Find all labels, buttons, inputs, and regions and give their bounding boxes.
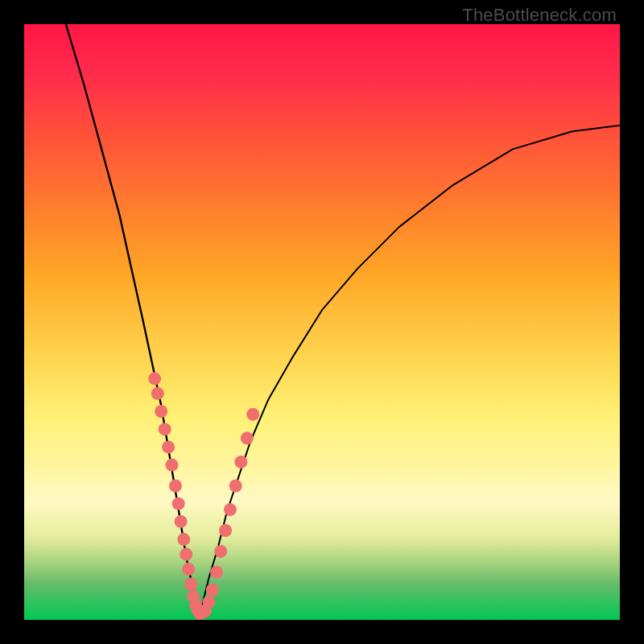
scatter-dot bbox=[241, 431, 254, 444]
curve-right bbox=[199, 126, 620, 614]
scatter-dot bbox=[214, 545, 227, 558]
scatter-dot bbox=[246, 408, 259, 421]
plot-area bbox=[24, 24, 620, 620]
scatter-dot bbox=[180, 548, 192, 561]
watermark-text: TheBottleneck.com bbox=[462, 5, 617, 26]
scatter-dot bbox=[162, 440, 175, 453]
chart-frame: TheBottleneck.com bbox=[0, 0, 644, 644]
scatter-dot bbox=[184, 578, 197, 591]
scatter-dot bbox=[172, 497, 185, 510]
scatter-dot bbox=[210, 566, 223, 579]
scatter-dot bbox=[159, 423, 171, 436]
chart-svg bbox=[24, 24, 620, 620]
scatter-dot bbox=[202, 596, 215, 609]
scatter-dot bbox=[148, 372, 161, 385]
scatter-dot bbox=[177, 533, 190, 546]
scatter-dot bbox=[155, 405, 167, 418]
scatter-dot bbox=[206, 584, 219, 597]
scatter-dot bbox=[166, 459, 179, 472]
scatter-dot bbox=[234, 456, 247, 469]
scatter-dot bbox=[219, 524, 232, 537]
scatter-dot bbox=[224, 503, 237, 516]
scatter-dot bbox=[169, 480, 182, 493]
scatter-dot bbox=[229, 480, 242, 493]
scatter-dot bbox=[151, 387, 164, 400]
scatter-dots bbox=[148, 372, 259, 620]
scatter-dot bbox=[175, 515, 188, 528]
scatter-dot bbox=[182, 563, 195, 576]
